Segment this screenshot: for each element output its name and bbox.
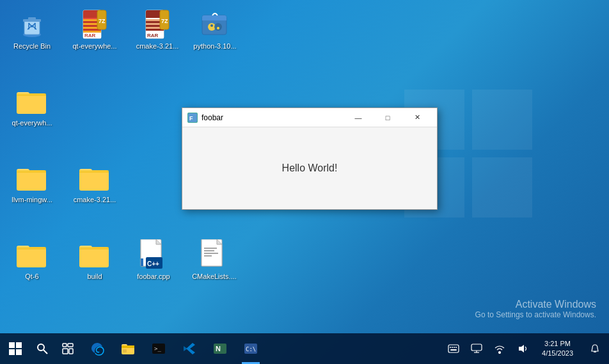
window-title-text: foobar [202, 113, 344, 122]
cmake-folder-icon [79, 162, 110, 193]
svg-rect-40 [202, 18, 226, 20]
svg-rect-51 [17, 171, 46, 189]
taskbar-app5[interactable]: N [205, 333, 235, 364]
keyboard-icon[interactable] [442, 333, 465, 364]
svg-text:N: N [216, 345, 221, 352]
llvm-folder-icon [17, 162, 47, 193]
taskbar-edge[interactable] [82, 333, 113, 364]
build-folder-icon [79, 239, 110, 270]
start-button[interactable] [0, 333, 31, 364]
svg-text:>_: >_ [154, 345, 161, 352]
svg-rect-85 [69, 349, 73, 354]
qt-folder-label: qt-everywh... [12, 119, 52, 127]
svg-rect-76 [9, 342, 15, 348]
window-controls: — □ ✕ [344, 108, 432, 127]
svg-point-80 [38, 344, 44, 351]
svg-point-105 [499, 352, 501, 354]
recycle-bin-label: Recycle Bin [13, 42, 51, 51]
clock-time: 3:21 PM [544, 339, 571, 349]
llvm-folder-label: llvm-mingw... [12, 196, 52, 204]
close-button[interactable]: ✕ [402, 108, 432, 127]
svg-text:7Z: 7Z [161, 18, 168, 24]
svg-rect-79 [16, 349, 22, 355]
activate-windows-subtitle: Go to Settings to activate Windows. [475, 310, 596, 319]
foobar-window[interactable]: F foobar — □ ✕ Hello World! [182, 107, 438, 210]
desktop-icon-python[interactable]: python-3.10... [189, 6, 241, 53]
desktop-icon-foobar-cpp[interactable]: C++ foobar.cpp [128, 237, 179, 283]
svg-rect-102 [471, 344, 482, 351]
hello-world-text: Hello World! [282, 162, 338, 174]
display-icon[interactable] [465, 333, 488, 364]
svg-text:RAR: RAR [147, 33, 159, 38]
svg-rect-7 [28, 17, 36, 20]
wifi-icon[interactable] [488, 333, 511, 364]
desktop-icon-qt-folder[interactable]: qt-everywh... [6, 83, 58, 130]
svg-text:C:\: C:\ [246, 346, 256, 352]
svg-rect-64 [79, 247, 109, 249]
qt6-folder-icon [17, 239, 47, 270]
svg-point-43 [210, 24, 213, 27]
desktop-icon-cmake-folder[interactable]: cmake-3.21... [69, 160, 120, 207]
activate-windows-watermark: Activate Windows Go to Settings to activ… [475, 299, 596, 319]
notifications-button[interactable] [581, 333, 609, 364]
svg-rect-60 [17, 247, 46, 249]
cpp-file-label: foobar.cpp [137, 273, 170, 281]
svg-rect-59 [17, 248, 46, 266]
qt-archive1-label: qt-everywhe... [72, 42, 116, 51]
qt-archive1-icon: RAR 7Z [79, 9, 110, 40]
python-icon [200, 9, 230, 40]
svg-rect-48 [17, 93, 46, 96]
svg-rect-82 [63, 344, 67, 347]
svg-rect-56 [79, 170, 109, 173]
search-button[interactable] [31, 333, 54, 364]
taskbar-app6[interactable]: C:\ [235, 333, 266, 364]
desktop-icon-qt6-folder[interactable]: Qt-6 [6, 237, 58, 283]
desktop-icon-recycle-bin[interactable]: Recycle Bin [6, 6, 58, 53]
desktop-icon-qt-everywhere1[interactable]: RAR 7Z qt-everywhe... [69, 6, 120, 53]
svg-rect-88 [122, 345, 134, 348]
window-app-icon: F [187, 113, 198, 123]
svg-rect-96 [448, 345, 459, 352]
build-folder-label: build [87, 273, 102, 281]
desktop-icon-cmakelists[interactable]: CMakeLists.... [189, 237, 240, 283]
desktop-icon-llvm-folder[interactable]: llvm-mingw... [6, 160, 58, 207]
svg-rect-52 [17, 170, 46, 173]
svg-point-44 [217, 27, 219, 29]
taskbar-terminal[interactable]: >_ [143, 333, 174, 364]
window-content: Hello World! [182, 127, 437, 209]
svg-rect-83 [68, 344, 73, 347]
volume-icon[interactable] [511, 333, 534, 364]
cmake-archive-icon: RAR 7Z [142, 9, 173, 40]
minimize-button[interactable]: — [344, 108, 373, 127]
desktop-icon-cmake-archive[interactable]: RAR 7Z cmake-3.21... [132, 6, 183, 53]
svg-text:F: F [189, 115, 193, 122]
svg-rect-63 [79, 248, 109, 266]
maximize-button[interactable]: □ [373, 108, 402, 127]
svg-marker-106 [519, 345, 524, 352]
taskbar-system-icons: 3:21 PM 4/15/2023 [442, 333, 609, 364]
svg-rect-78 [9, 349, 15, 355]
task-view-button[interactable] [54, 333, 82, 364]
svg-rect-47 [17, 95, 46, 113]
python-label: python-3.10... [193, 42, 236, 51]
taskbar-vscode[interactable] [174, 333, 205, 364]
svg-text:RAR: RAR [84, 33, 96, 38]
window-titlebar: F foobar — □ ✕ [182, 108, 437, 127]
taskbar-clock[interactable]: 3:21 PM 4/15/2023 [534, 333, 581, 364]
svg-text:7Z: 7Z [99, 18, 106, 24]
taskbar-explorer[interactable] [113, 333, 143, 364]
svg-rect-68 [141, 258, 143, 266]
cmakelists-label: CMakeLists.... [192, 273, 237, 281]
taskbar: >_ N C:\ [0, 333, 609, 364]
svg-rect-77 [16, 342, 22, 348]
svg-text:C++: C++ [147, 260, 159, 267]
svg-rect-89 [123, 349, 127, 352]
qt6-folder-label: Qt-6 [25, 273, 38, 281]
activate-windows-title: Activate Windows [475, 299, 596, 310]
qt-folder-icon [17, 86, 47, 116]
cmake-archive-label: cmake-3.21... [136, 42, 179, 51]
clock-date: 4/15/2023 [542, 349, 573, 358]
svg-line-81 [44, 350, 47, 354]
desktop-icon-build-folder[interactable]: build [69, 237, 120, 283]
svg-rect-55 [79, 171, 109, 189]
